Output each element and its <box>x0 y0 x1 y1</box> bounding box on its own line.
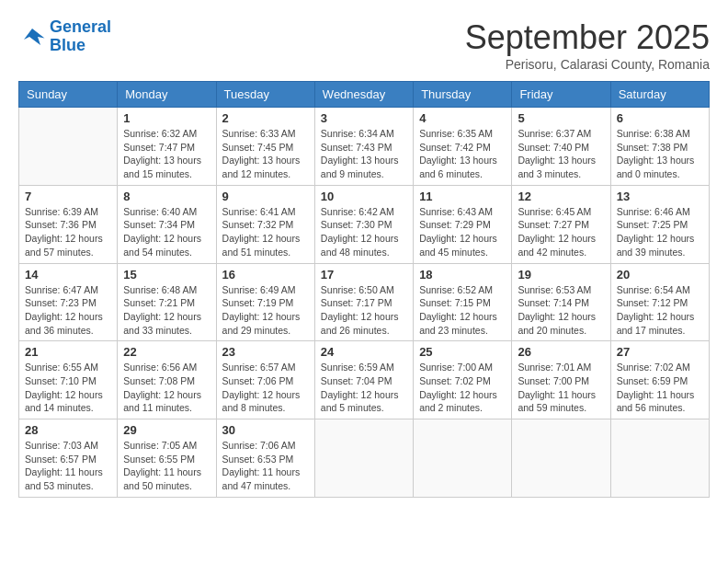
day-number: 20 <box>617 268 703 282</box>
day-info: Sunrise: 6:56 AMSunset: 7:08 PMDaylight:… <box>123 361 210 415</box>
day-info: Sunrise: 6:39 AMSunset: 7:36 PMDaylight:… <box>25 205 111 259</box>
day-info: Sunrise: 6:54 AMSunset: 7:12 PMDaylight:… <box>617 283 703 338</box>
calendar-cell <box>610 419 709 498</box>
calendar-week-row: 1Sunrise: 6:32 AMSunset: 7:47 PMDaylight… <box>19 108 710 186</box>
calendar-header-row: SundayMondayTuesdayWednesdayThursdayFrid… <box>19 82 710 108</box>
day-number: 3 <box>321 111 407 125</box>
calendar-cell: 3Sunrise: 6:34 AMSunset: 7:43 PMDaylight… <box>314 108 413 186</box>
location-subtitle: Perisoru, Calarasi County, Romania <box>465 57 710 72</box>
calendar-cell: 9Sunrise: 6:41 AMSunset: 7:32 PMDaylight… <box>216 185 314 263</box>
day-info: Sunrise: 6:50 AMSunset: 7:17 PMDaylight:… <box>321 283 407 338</box>
calendar-cell: 10Sunrise: 6:42 AMSunset: 7:30 PMDayligh… <box>314 185 413 263</box>
calendar-cell: 24Sunrise: 6:59 AMSunset: 7:04 PMDayligh… <box>314 341 413 419</box>
day-number: 11 <box>419 190 506 203</box>
calendar-cell: 27Sunrise: 7:02 AMSunset: 6:59 PMDayligh… <box>610 341 709 419</box>
day-number: 16 <box>222 268 309 282</box>
day-info: Sunrise: 6:57 AMSunset: 7:06 PMDaylight:… <box>222 361 309 415</box>
calendar-cell: 2Sunrise: 6:33 AMSunset: 7:45 PMDaylight… <box>216 108 314 186</box>
calendar-cell <box>414 419 512 498</box>
calendar-cell: 5Sunrise: 6:37 AMSunset: 7:40 PMDaylight… <box>512 108 610 186</box>
column-header-saturday: Saturday <box>610 82 709 108</box>
column-header-sunday: Sunday <box>19 82 118 108</box>
calendar-cell: 14Sunrise: 6:47 AMSunset: 7:23 PMDayligh… <box>19 263 118 341</box>
calendar-cell: 20Sunrise: 6:54 AMSunset: 7:12 PMDayligh… <box>610 263 709 341</box>
column-header-tuesday: Tuesday <box>216 82 314 108</box>
calendar-cell: 26Sunrise: 7:01 AMSunset: 7:00 PMDayligh… <box>512 341 610 419</box>
day-number: 8 <box>123 190 210 203</box>
column-header-thursday: Thursday <box>414 82 512 108</box>
day-number: 28 <box>25 423 111 437</box>
day-number: 9 <box>222 190 309 203</box>
calendar-cell: 16Sunrise: 6:49 AMSunset: 7:19 PMDayligh… <box>216 263 314 341</box>
calendar-cell: 11Sunrise: 6:43 AMSunset: 7:29 PMDayligh… <box>414 185 512 263</box>
calendar-cell: 28Sunrise: 7:03 AMSunset: 6:57 PMDayligh… <box>19 419 118 498</box>
day-number: 26 <box>518 345 604 359</box>
day-info: Sunrise: 6:35 AMSunset: 7:42 PMDaylight:… <box>419 127 506 181</box>
title-area: September 2025 Perisoru, Calarasi County… <box>465 18 710 72</box>
calendar-week-row: 28Sunrise: 7:03 AMSunset: 6:57 PMDayligh… <box>19 419 710 498</box>
day-info: Sunrise: 6:55 AMSunset: 7:10 PMDaylight:… <box>25 361 111 415</box>
day-number: 10 <box>321 190 407 203</box>
day-number: 24 <box>321 345 407 359</box>
day-number: 13 <box>617 190 703 203</box>
calendar-cell: 1Sunrise: 6:32 AMSunset: 7:47 PMDaylight… <box>118 108 216 186</box>
day-info: Sunrise: 6:46 AMSunset: 7:25 PMDaylight:… <box>617 205 703 259</box>
day-number: 6 <box>617 111 703 125</box>
header: General Blue September 2025 Perisoru, Ca… <box>18 18 710 72</box>
month-title: September 2025 <box>465 18 710 57</box>
calendar-cell: 7Sunrise: 6:39 AMSunset: 7:36 PMDaylight… <box>19 185 118 263</box>
day-info: Sunrise: 7:01 AMSunset: 7:00 PMDaylight:… <box>518 361 604 415</box>
day-info: Sunrise: 6:41 AMSunset: 7:32 PMDaylight:… <box>222 205 309 259</box>
day-info: Sunrise: 6:49 AMSunset: 7:19 PMDaylight:… <box>222 283 309 338</box>
svg-marker-0 <box>24 29 45 45</box>
day-number: 17 <box>321 268 407 282</box>
day-number: 5 <box>518 111 604 125</box>
day-number: 27 <box>617 345 703 359</box>
calendar-cell: 21Sunrise: 6:55 AMSunset: 7:10 PMDayligh… <box>19 341 118 419</box>
day-number: 7 <box>25 190 111 203</box>
day-number: 12 <box>518 190 604 203</box>
day-number: 2 <box>222 111 309 125</box>
calendar-week-row: 14Sunrise: 6:47 AMSunset: 7:23 PMDayligh… <box>19 263 710 341</box>
calendar-cell: 25Sunrise: 7:00 AMSunset: 7:02 PMDayligh… <box>414 341 512 419</box>
calendar-cell: 17Sunrise: 6:50 AMSunset: 7:17 PMDayligh… <box>314 263 413 341</box>
day-info: Sunrise: 7:06 AMSunset: 6:53 PMDaylight:… <box>222 439 309 493</box>
day-number: 25 <box>419 345 506 359</box>
calendar-week-row: 7Sunrise: 6:39 AMSunset: 7:36 PMDaylight… <box>19 185 710 263</box>
logo-text: General Blue <box>50 18 111 55</box>
calendar-table: SundayMondayTuesdayWednesdayThursdayFrid… <box>18 81 710 498</box>
day-info: Sunrise: 7:02 AMSunset: 6:59 PMDaylight:… <box>617 361 703 415</box>
day-info: Sunrise: 6:32 AMSunset: 7:47 PMDaylight:… <box>123 127 210 181</box>
day-info: Sunrise: 6:59 AMSunset: 7:04 PMDaylight:… <box>321 361 407 415</box>
calendar-cell: 13Sunrise: 6:46 AMSunset: 7:25 PMDayligh… <box>610 185 709 263</box>
day-number: 4 <box>419 111 506 125</box>
column-header-friday: Friday <box>512 82 610 108</box>
day-number: 21 <box>25 345 111 359</box>
day-info: Sunrise: 7:05 AMSunset: 6:55 PMDaylight:… <box>123 439 210 493</box>
logo-icon <box>18 23 46 51</box>
day-info: Sunrise: 7:03 AMSunset: 6:57 PMDaylight:… <box>25 439 111 493</box>
calendar-cell: 15Sunrise: 6:48 AMSunset: 7:21 PMDayligh… <box>118 263 216 341</box>
logo: General Blue <box>18 18 111 55</box>
day-info: Sunrise: 6:34 AMSunset: 7:43 PMDaylight:… <box>321 127 407 181</box>
day-info: Sunrise: 6:43 AMSunset: 7:29 PMDaylight:… <box>419 205 506 259</box>
calendar-cell: 29Sunrise: 7:05 AMSunset: 6:55 PMDayligh… <box>118 419 216 498</box>
day-info: Sunrise: 6:47 AMSunset: 7:23 PMDaylight:… <box>25 283 111 338</box>
day-number: 1 <box>123 111 210 125</box>
day-info: Sunrise: 6:33 AMSunset: 7:45 PMDaylight:… <box>222 127 309 181</box>
calendar-cell: 6Sunrise: 6:38 AMSunset: 7:38 PMDaylight… <box>610 108 709 186</box>
day-info: Sunrise: 7:00 AMSunset: 7:02 PMDaylight:… <box>419 361 506 415</box>
calendar-cell: 8Sunrise: 6:40 AMSunset: 7:34 PMDaylight… <box>118 185 216 263</box>
calendar-cell: 23Sunrise: 6:57 AMSunset: 7:06 PMDayligh… <box>216 341 314 419</box>
column-header-monday: Monday <box>118 82 216 108</box>
day-info: Sunrise: 6:53 AMSunset: 7:14 PMDaylight:… <box>518 283 604 338</box>
calendar-cell <box>512 419 610 498</box>
day-info: Sunrise: 6:42 AMSunset: 7:30 PMDaylight:… <box>321 205 407 259</box>
calendar-cell <box>314 419 413 498</box>
calendar-cell: 22Sunrise: 6:56 AMSunset: 7:08 PMDayligh… <box>118 341 216 419</box>
day-info: Sunrise: 6:37 AMSunset: 7:40 PMDaylight:… <box>518 127 604 181</box>
column-header-wednesday: Wednesday <box>314 82 413 108</box>
day-number: 19 <box>518 268 604 282</box>
day-number: 22 <box>123 345 210 359</box>
calendar-cell: 4Sunrise: 6:35 AMSunset: 7:42 PMDaylight… <box>414 108 512 186</box>
